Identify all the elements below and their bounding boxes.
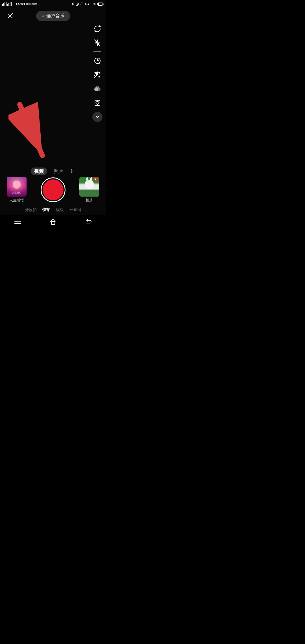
mode-tabs: 视频 照片 》 — [0, 165, 106, 177]
record-button[interactable] — [41, 177, 66, 202]
svg-line-12 — [77, 4, 78, 5]
music-note-icon: ♪ — [42, 13, 44, 18]
flash-button[interactable] — [91, 37, 104, 49]
filter-button[interactable] — [91, 82, 104, 95]
sidebar-divider — [93, 51, 101, 52]
timer-button[interactable]: 3 — [91, 54, 104, 67]
svg-rect-1 — [3, 3, 4, 6]
thumbnail-image: 人生感悟 — [7, 177, 27, 197]
recent-video-label: 人生感悟 — [9, 198, 24, 203]
tab-segment[interactable]: 分段拍 — [25, 207, 37, 212]
record-row: 人生感悟 人生感悟 ▶ 相册 — [0, 177, 106, 203]
svg-text:3: 3 — [99, 62, 100, 64]
status-signal: 14:43 18.6 KB/s — [2, 2, 37, 6]
signal-text — [2, 2, 14, 6]
bottom-area: 视频 照片 》 人生感悟 人生感悟 — [0, 165, 106, 229]
nav-home-button[interactable] — [47, 216, 59, 228]
tab-more[interactable]: 》 — [70, 168, 75, 175]
svg-rect-16 — [103, 3, 104, 5]
recent-video-thumbnail[interactable]: 人生感悟 — [7, 177, 27, 197]
top-bar: ♪ 选择音乐 — [0, 8, 106, 24]
svg-rect-4 — [7, 4, 8, 6]
svg-point-30 — [99, 76, 100, 77]
nav-bar — [0, 215, 106, 229]
tab-template[interactable]: 模板 — [56, 207, 64, 212]
svg-rect-3 — [6, 2, 6, 6]
sub-mode-tabs: 分段拍 快拍 模板 开直播 — [0, 205, 106, 215]
svg-rect-15 — [98, 3, 99, 5]
svg-point-31 — [94, 75, 95, 75]
status-bar: 14:43 18.6 KB/s 4G 18% — [0, 0, 106, 8]
svg-point-29 — [99, 72, 100, 73]
music-select-button[interactable]: ♪ 选择音乐 — [36, 11, 70, 21]
flip-camera-button[interactable] — [91, 23, 104, 35]
svg-point-28 — [95, 72, 96, 73]
close-button[interactable] — [5, 10, 16, 21]
time-display: 14:43 — [16, 2, 25, 6]
tab-live[interactable]: 开直播 — [69, 207, 81, 212]
record-button-inner — [43, 179, 64, 200]
tab-photo[interactable]: 照片 — [53, 167, 65, 175]
more-icons-button[interactable] — [92, 112, 103, 122]
record-button-container — [41, 177, 66, 202]
status-icons: 4G 18% — [71, 2, 104, 6]
album-thumbnail[interactable]: ▶ — [79, 177, 99, 197]
svg-rect-6 — [10, 2, 10, 6]
network-speed: 18.6 KB/s — [26, 3, 37, 5]
tab-quick[interactable]: 快拍 — [42, 207, 50, 212]
nav-menu-button[interactable] — [12, 216, 24, 228]
album-container: ▶ 相册 — [79, 177, 99, 203]
battery-percent: 18% — [90, 2, 96, 6]
network-type: 4G — [85, 2, 89, 6]
svg-point-36 — [96, 101, 99, 104]
scan-focus-button[interactable] — [91, 97, 104, 109]
svg-point-34 — [95, 86, 99, 90]
music-button-label: 选择音乐 — [46, 13, 64, 19]
beauty-button[interactable] — [91, 68, 104, 81]
svg-rect-7 — [11, 2, 12, 6]
svg-rect-2 — [5, 2, 5, 6]
svg-rect-5 — [8, 3, 9, 6]
album-label: 相册 — [86, 198, 93, 203]
svg-rect-0 — [2, 4, 3, 6]
svg-rect-46 — [51, 221, 55, 225]
nav-back-button[interactable] — [82, 216, 95, 228]
recent-video-container: 人生感悟 人生感悟 — [7, 177, 27, 203]
tab-video[interactable]: 视频 — [31, 167, 47, 175]
album-image: ▶ — [79, 177, 99, 197]
right-sidebar: 3 — [91, 23, 104, 122]
